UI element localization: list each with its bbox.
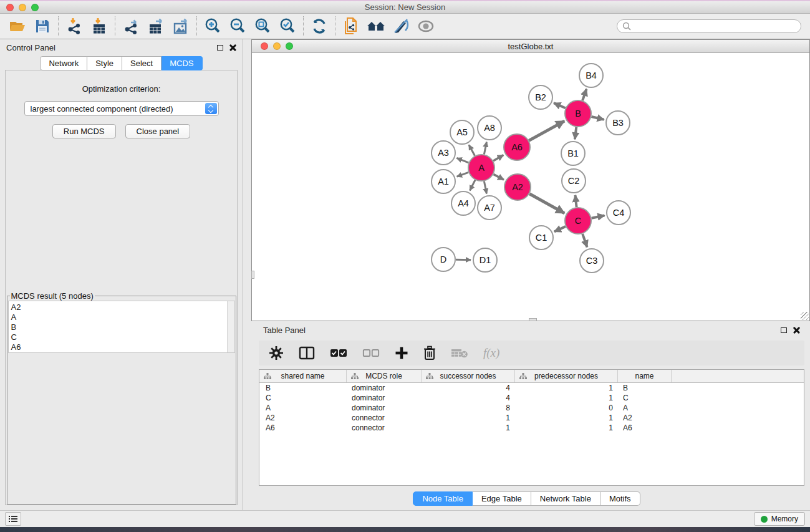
column-header-shared-name[interactable]: shared name [259, 370, 347, 382]
cell-shared-name[interactable]: B [259, 384, 347, 392]
cell-predecessor-nodes[interactable]: 1 [515, 423, 618, 432]
graph-edge-A-A1[interactable] [457, 172, 469, 177]
graph-edge-A-A2[interactable] [493, 174, 504, 180]
tab-network-table[interactable]: Network Table [531, 491, 600, 506]
graph-edge-A-A4[interactable] [470, 180, 475, 191]
node-table[interactable]: shared name MCDS role successor nodes [259, 369, 804, 486]
memory-button[interactable]: Memory [754, 512, 805, 526]
canvas-bottom-handle[interactable] [529, 318, 537, 321]
add-column-button[interactable] [395, 346, 408, 360]
graph-edge-A-A6[interactable] [493, 155, 503, 161]
mcds-result-list[interactable]: A2 A B C A6 [8, 301, 235, 353]
cell-mcds-role[interactable]: connector [347, 423, 422, 432]
canvas-left-handle[interactable] [251, 271, 254, 279]
cell-name[interactable]: A2 [618, 414, 672, 422]
show-log-button[interactable] [5, 512, 21, 526]
tab-node-table[interactable]: Node Table [413, 491, 473, 506]
graph-edge-A-A5[interactable] [469, 145, 475, 155]
graph-edge-A6-B[interactable] [529, 121, 564, 140]
float-panel-icon[interactable] [217, 45, 223, 51]
window-titlebar[interactable]: Session: New Session [0, 1, 810, 14]
tab-motifs[interactable]: Motifs [600, 491, 640, 506]
close-table-panel-icon[interactable] [793, 327, 800, 334]
result-item[interactable]: B [11, 322, 227, 332]
graph-edge-C-C4[interactable] [592, 216, 605, 218]
fit-content-button[interactable] [250, 16, 275, 37]
tab-mcds[interactable]: MCDS [162, 56, 202, 70]
cell-shared-name[interactable]: A [259, 404, 347, 412]
cell-name[interactable]: A6 [618, 423, 672, 432]
function-builder-button[interactable]: f(x) [483, 346, 499, 360]
cell-successor-nodes[interactable]: 8 [422, 404, 515, 412]
result-item[interactable]: C [11, 332, 227, 342]
result-list-scrollbar[interactable] [227, 301, 234, 352]
graph-edge-C-C3[interactable] [582, 234, 587, 247]
graph-edge-B-B4[interactable] [582, 89, 586, 100]
cell-shared-name[interactable]: A6 [259, 423, 347, 432]
run-mcds-button[interactable]: Run MCDS [52, 124, 116, 138]
close-panel-button[interactable]: Close panel [125, 124, 191, 138]
control-panel-header[interactable]: Control Panel [0, 39, 243, 56]
export-table-button[interactable] [143, 16, 168, 37]
refresh-button[interactable] [307, 16, 332, 37]
column-header-mcds-role[interactable]: MCDS role [347, 370, 422, 382]
cell-shared-name[interactable]: A2 [259, 414, 347, 422]
tab-network[interactable]: Network [40, 56, 87, 70]
deselect-all-columns-button[interactable] [362, 348, 380, 358]
select-all-columns-button[interactable] [330, 348, 347, 358]
cell-mcds-role[interactable]: dominator [347, 394, 422, 402]
export-image-button[interactable] [168, 16, 193, 37]
column-header-predecessor-nodes[interactable]: predecessor nodes [515, 370, 618, 382]
close-panel-icon[interactable] [229, 44, 236, 51]
column-header-name[interactable]: name [618, 370, 672, 382]
cell-mcds-role[interactable]: dominator [347, 384, 422, 392]
table-row[interactable]: A2 connector 1 1 A2 [259, 413, 804, 423]
home-view-button[interactable] [364, 16, 388, 37]
search-input[interactable] [634, 22, 796, 31]
graph-edge-A-A3[interactable] [456, 158, 468, 163]
cell-name[interactable]: A [618, 404, 672, 412]
delete-column-button[interactable] [423, 346, 436, 360]
cell-successor-nodes[interactable]: 4 [422, 384, 515, 392]
table-panel-header[interactable]: Table Panel [243, 321, 810, 339]
hide-graphics-details-button[interactable] [388, 16, 413, 37]
zoom-in-button[interactable] [200, 16, 225, 37]
graph-edge-A2-C[interactable] [529, 194, 564, 213]
result-item[interactable]: A2 [11, 302, 227, 312]
table-row[interactable]: B dominator 4 1 B [259, 383, 804, 393]
criterion-dropdown[interactable]: largest connected component (directed) [24, 101, 219, 116]
result-item[interactable]: A6 [11, 342, 227, 352]
cell-successor-nodes[interactable]: 1 [422, 414, 515, 422]
graph-edge-A-A7[interactable] [484, 181, 486, 194]
cell-shared-name[interactable]: C [259, 394, 347, 402]
table-row[interactable]: A dominator 8 0 A [259, 403, 804, 413]
graph-edge-C-C1[interactable] [554, 226, 566, 231]
table-settings-button[interactable] [269, 346, 284, 360]
table-row[interactable]: C dominator 4 1 C [259, 393, 804, 403]
cell-predecessor-nodes[interactable]: 1 [515, 414, 618, 422]
float-table-panel-icon[interactable] [781, 327, 787, 333]
show-columns-button[interactable] [299, 346, 315, 360]
window-resize-grip[interactable] [801, 312, 809, 320]
tab-select[interactable]: Select [122, 56, 162, 70]
open-file-button[interactable] [5, 16, 30, 37]
delete-table-button[interactable] [451, 347, 468, 359]
new-session-button[interactable] [339, 16, 364, 37]
zoom-out-button[interactable] [225, 16, 250, 37]
search-field[interactable] [617, 19, 801, 33]
export-network-button[interactable] [118, 16, 143, 37]
save-session-button[interactable] [30, 16, 55, 37]
graph-edge-B-B2[interactable] [554, 103, 566, 108]
column-header-successor-nodes[interactable]: successor nodes [422, 370, 515, 382]
cell-predecessor-nodes[interactable]: 1 [515, 384, 618, 392]
cell-successor-nodes[interactable]: 4 [422, 394, 515, 402]
cell-mcds-role[interactable]: dominator [347, 404, 422, 412]
cell-successor-nodes[interactable]: 1 [422, 423, 515, 432]
graph-edge-B-B3[interactable] [591, 117, 604, 120]
import-table-button[interactable] [87, 16, 112, 37]
cell-name[interactable]: C [618, 394, 672, 402]
network-view-window[interactable]: testGlobe.txt B4B2BB3A5A8A6A3B1AA1C2A2A4… [251, 39, 810, 321]
graph-edge-A-A8[interactable] [484, 142, 486, 155]
graph-edge-B-B1[interactable] [575, 127, 576, 139]
import-network-button[interactable] [62, 16, 87, 37]
